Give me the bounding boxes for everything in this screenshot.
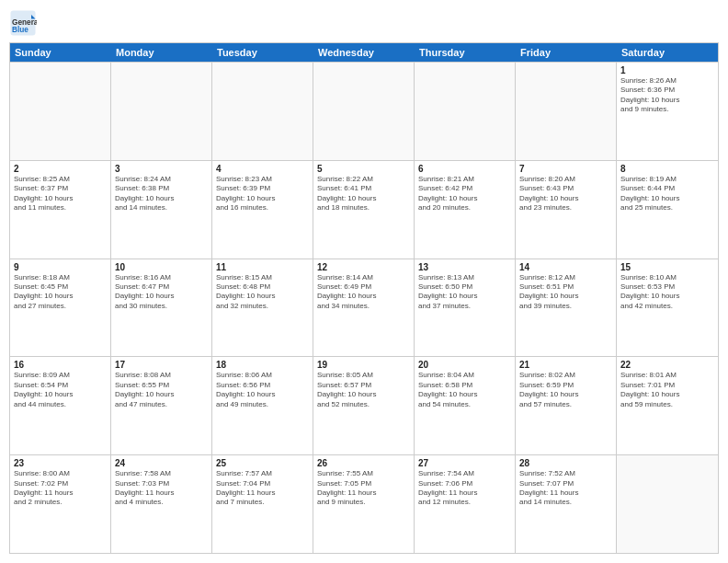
day-cell-4: 4Sunrise: 8:23 AM Sunset: 6:39 PM Daylig…: [212, 161, 313, 259]
day-cell-27: 27Sunrise: 7:54 AM Sunset: 7:06 PM Dayli…: [415, 455, 516, 553]
day-info: Sunrise: 8:06 AM Sunset: 6:56 PM Dayligh…: [216, 371, 309, 409]
day-number: 11: [216, 262, 309, 272]
day-info: Sunrise: 8:01 AM Sunset: 7:01 PM Dayligh…: [620, 371, 714, 409]
day-number: 10: [115, 262, 208, 272]
day-number: 28: [519, 458, 612, 468]
day-number: 6: [418, 164, 511, 174]
header-day-tuesday: Tuesday: [212, 43, 313, 62]
day-info: Sunrise: 8:10 AM Sunset: 6:53 PM Dayligh…: [620, 273, 714, 312]
day-cell-21: 21Sunrise: 8:02 AM Sunset: 6:59 PM Dayli…: [516, 357, 617, 454]
day-info: Sunrise: 7:58 AM Sunset: 7:03 PM Dayligh…: [115, 469, 208, 508]
day-cell-5: 5Sunrise: 8:22 AM Sunset: 6:41 PM Daylig…: [313, 161, 415, 259]
week-row-4: 23Sunrise: 8:00 AM Sunset: 7:02 PM Dayli…: [10, 454, 718, 553]
day-cell-16: 16Sunrise: 8:09 AM Sunset: 6:54 PM Dayli…: [10, 357, 111, 454]
day-info: Sunrise: 8:23 AM Sunset: 6:39 PM Dayligh…: [216, 175, 309, 213]
day-number: 26: [317, 458, 410, 468]
day-number: 7: [519, 164, 612, 174]
day-info: Sunrise: 8:00 AM Sunset: 7:02 PM Dayligh…: [14, 469, 107, 508]
empty-cell: [516, 63, 617, 160]
day-number: 5: [317, 164, 410, 174]
day-cell-17: 17Sunrise: 8:08 AM Sunset: 6:55 PM Dayli…: [111, 357, 212, 454]
day-cell-18: 18Sunrise: 8:06 AM Sunset: 6:56 PM Dayli…: [212, 357, 313, 454]
day-cell-11: 11Sunrise: 8:15 AM Sunset: 6:48 PM Dayli…: [212, 259, 313, 357]
day-info: Sunrise: 7:52 AM Sunset: 7:07 PM Dayligh…: [519, 469, 612, 508]
day-number: 24: [115, 458, 208, 468]
day-info: Sunrise: 8:26 AM Sunset: 6:36 PM Dayligh…: [620, 76, 714, 115]
day-number: 15: [620, 262, 714, 272]
day-info: Sunrise: 7:57 AM Sunset: 7:04 PM Dayligh…: [216, 469, 309, 508]
week-row-2: 9Sunrise: 8:18 AM Sunset: 6:45 PM Daylig…: [10, 259, 718, 357]
day-number: 13: [418, 262, 511, 272]
day-info: Sunrise: 8:18 AM Sunset: 6:45 PM Dayligh…: [14, 273, 107, 312]
day-number: 25: [216, 458, 309, 468]
day-cell-20: 20Sunrise: 8:04 AM Sunset: 6:58 PM Dayli…: [415, 357, 516, 454]
day-cell-2: 2Sunrise: 8:25 AM Sunset: 6:37 PM Daylig…: [10, 161, 111, 259]
day-number: 2: [14, 164, 107, 174]
day-info: Sunrise: 8:02 AM Sunset: 6:59 PM Dayligh…: [519, 371, 612, 409]
day-number: 22: [620, 360, 714, 370]
week-row-0: 1Sunrise: 8:26 AM Sunset: 6:36 PM Daylig…: [10, 62, 718, 160]
logo: General Blue: [9, 9, 40, 37]
day-cell-26: 26Sunrise: 7:55 AM Sunset: 7:05 PM Dayli…: [313, 455, 415, 553]
day-number: 8: [620, 164, 714, 174]
day-number: 20: [418, 360, 511, 370]
day-cell-9: 9Sunrise: 8:18 AM Sunset: 6:45 PM Daylig…: [10, 259, 111, 357]
calendar: SundayMondayTuesdayWednesdayThursdayFrid…: [9, 42, 719, 554]
day-info: Sunrise: 8:19 AM Sunset: 6:44 PM Dayligh…: [620, 175, 714, 213]
calendar-body: 1Sunrise: 8:26 AM Sunset: 6:36 PM Daylig…: [10, 62, 718, 553]
day-info: Sunrise: 8:09 AM Sunset: 6:54 PM Dayligh…: [14, 371, 107, 409]
day-info: Sunrise: 8:13 AM Sunset: 6:50 PM Dayligh…: [418, 273, 511, 312]
day-cell-13: 13Sunrise: 8:13 AM Sunset: 6:50 PM Dayli…: [415, 259, 516, 357]
header-day-saturday: Saturday: [617, 43, 718, 62]
week-row-3: 16Sunrise: 8:09 AM Sunset: 6:54 PM Dayli…: [10, 356, 718, 454]
day-info: Sunrise: 7:55 AM Sunset: 7:05 PM Dayligh…: [317, 469, 410, 508]
day-cell-15: 15Sunrise: 8:10 AM Sunset: 6:53 PM Dayli…: [617, 259, 718, 357]
day-number: 27: [418, 458, 511, 468]
day-number: 23: [14, 458, 107, 468]
day-number: 21: [519, 360, 612, 370]
day-cell-12: 12Sunrise: 8:14 AM Sunset: 6:49 PM Dayli…: [313, 259, 415, 357]
day-info: Sunrise: 8:21 AM Sunset: 6:42 PM Dayligh…: [418, 175, 511, 213]
day-number: 17: [115, 360, 208, 370]
empty-cell: [617, 455, 718, 553]
day-number: 16: [14, 360, 107, 370]
day-number: 1: [620, 65, 714, 75]
week-row-1: 2Sunrise: 8:25 AM Sunset: 6:37 PM Daylig…: [10, 160, 718, 259]
day-number: 9: [14, 262, 107, 272]
day-number: 12: [317, 262, 410, 272]
day-info: Sunrise: 8:22 AM Sunset: 6:41 PM Dayligh…: [317, 175, 410, 213]
day-cell-7: 7Sunrise: 8:20 AM Sunset: 6:43 PM Daylig…: [516, 161, 617, 259]
header-day-friday: Friday: [516, 43, 617, 62]
header-day-monday: Monday: [111, 43, 212, 62]
day-info: Sunrise: 8:08 AM Sunset: 6:55 PM Dayligh…: [115, 371, 208, 409]
day-cell-28: 28Sunrise: 7:52 AM Sunset: 7:07 PM Dayli…: [516, 455, 617, 553]
day-info: Sunrise: 8:04 AM Sunset: 6:58 PM Dayligh…: [418, 371, 511, 409]
day-cell-1: 1Sunrise: 8:26 AM Sunset: 6:36 PM Daylig…: [617, 63, 718, 160]
day-number: 14: [519, 262, 612, 272]
day-info: Sunrise: 8:20 AM Sunset: 6:43 PM Dayligh…: [519, 175, 612, 213]
day-cell-19: 19Sunrise: 8:05 AM Sunset: 6:57 PM Dayli…: [313, 357, 415, 454]
day-cell-14: 14Sunrise: 8:12 AM Sunset: 6:51 PM Dayli…: [516, 259, 617, 357]
empty-cell: [212, 63, 313, 160]
day-info: Sunrise: 8:16 AM Sunset: 6:47 PM Dayligh…: [115, 273, 208, 312]
calendar-header: SundayMondayTuesdayWednesdayThursdayFrid…: [10, 43, 718, 62]
day-info: Sunrise: 8:25 AM Sunset: 6:37 PM Dayligh…: [14, 175, 107, 213]
day-cell-3: 3Sunrise: 8:24 AM Sunset: 6:38 PM Daylig…: [111, 161, 212, 259]
day-cell-6: 6Sunrise: 8:21 AM Sunset: 6:42 PM Daylig…: [415, 161, 516, 259]
svg-text:Blue: Blue: [12, 26, 28, 34]
day-number: 3: [115, 164, 208, 174]
empty-cell: [111, 63, 212, 160]
empty-cell: [10, 63, 111, 160]
header-day-sunday: Sunday: [10, 43, 111, 62]
empty-cell: [415, 63, 516, 160]
day-cell-22: 22Sunrise: 8:01 AM Sunset: 7:01 PM Dayli…: [617, 357, 718, 454]
day-info: Sunrise: 8:14 AM Sunset: 6:49 PM Dayligh…: [317, 273, 410, 312]
day-number: 18: [216, 360, 309, 370]
day-number: 4: [216, 164, 309, 174]
header-day-thursday: Thursday: [415, 43, 516, 62]
day-info: Sunrise: 8:24 AM Sunset: 6:38 PM Dayligh…: [115, 175, 208, 213]
day-cell-24: 24Sunrise: 7:58 AM Sunset: 7:03 PM Dayli…: [111, 455, 212, 553]
day-cell-10: 10Sunrise: 8:16 AM Sunset: 6:47 PM Dayli…: [111, 259, 212, 357]
day-cell-8: 8Sunrise: 8:19 AM Sunset: 6:44 PM Daylig…: [617, 161, 718, 259]
day-cell-25: 25Sunrise: 7:57 AM Sunset: 7:04 PM Dayli…: [212, 455, 313, 553]
